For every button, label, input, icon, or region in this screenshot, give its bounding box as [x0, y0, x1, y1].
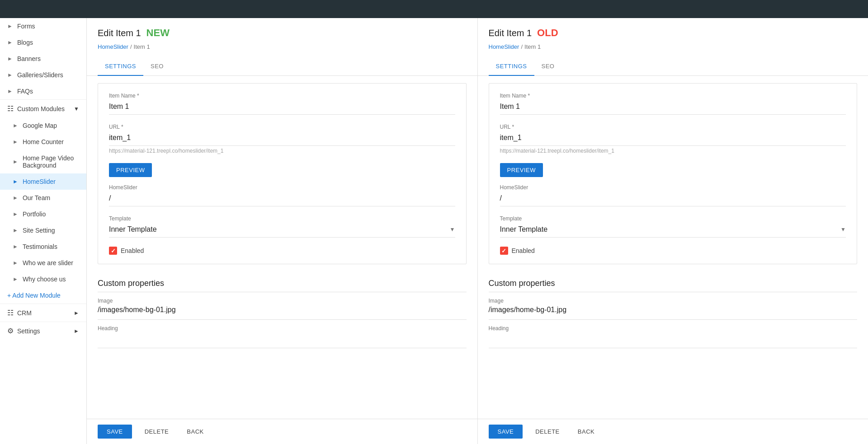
sidebar-item-label: Site Setting	[23, 227, 55, 234]
chevron-icon: ►	[7, 23, 13, 29]
expand-icon: ►	[74, 310, 79, 316]
chevron-icon: ►	[13, 276, 18, 282]
old-panel: Edit Item 1 OLD HomeSlider / Item 1 SETT…	[478, 18, 868, 444]
breadcrumb-sep-old: /	[521, 43, 523, 50]
section-label: Custom Modules	[17, 105, 65, 112]
bottom-bar-old: SAVE DELETE BACK	[478, 419, 868, 444]
enabled-checkbox-old[interactable]: ✓	[500, 247, 508, 255]
template-label-old: Template	[500, 215, 846, 222]
url-label-old: URL *	[500, 124, 846, 130]
custom-props-title-old: Custom properties	[478, 271, 868, 292]
back-button-new[interactable]: BACK	[181, 425, 209, 439]
chevron-icon: ►	[13, 178, 18, 185]
chevron-icon: ►	[13, 260, 18, 266]
enabled-checkbox[interactable]: ✓	[109, 247, 117, 255]
custom-props-title: Custom properties	[87, 271, 477, 292]
sidebar-item-why-choose[interactable]: ► Why choose us	[0, 271, 86, 287]
url-value[interactable]: item_1	[109, 132, 455, 146]
image-value-old[interactable]: /images/home-bg-01.jpg	[489, 306, 858, 314]
item-name-value[interactable]: Item 1	[109, 101, 455, 115]
chevron-icon: ►	[13, 195, 18, 201]
breadcrumb: HomeSlider / Item 1	[87, 43, 477, 57]
module-icon: ☷	[7, 104, 14, 113]
sidebar-item-label: Forms	[17, 23, 35, 30]
template-value: Inner Template	[109, 225, 450, 234]
breadcrumb-link-old[interactable]: HomeSlider	[489, 43, 519, 50]
sidebar-item-label: Testimonials	[23, 243, 57, 250]
sidebar-item-google-map[interactable]: ► Google Map	[0, 117, 86, 134]
delete-button-old[interactable]: DELETE	[530, 425, 565, 439]
sidebar-item-home-counter[interactable]: ► Home Counter	[0, 134, 86, 150]
sidebar-item-portfolio[interactable]: ► Portfolio	[0, 206, 86, 222]
sidebar-section-crm[interactable]: ☷ CRM ►	[0, 304, 86, 322]
sidebar-item-forms[interactable]: ► Forms	[0, 18, 86, 34]
settings-icon: ⚙	[7, 327, 14, 335]
delete-button-new[interactable]: DELETE	[139, 425, 175, 439]
homeslider-value-old: /	[500, 192, 846, 206]
sidebar-item-who-we-are[interactable]: ► Who we are slider	[0, 255, 86, 271]
sidebar-item-banners[interactable]: ► Banners	[0, 51, 86, 67]
tab-seo-old[interactable]: SEO	[534, 57, 562, 76]
dropdown-arrow-icon-old: ▼	[840, 226, 846, 233]
sidebar-item-blogs[interactable]: ► Blogs	[0, 34, 86, 51]
sidebar-item-label: Home Page Video Background	[23, 154, 79, 169]
custom-props-section-old: Image /images/home-bg-01.jpg Heading	[478, 292, 868, 355]
breadcrumb-link[interactable]: HomeSlider	[98, 43, 128, 50]
homeslider-label: HomeSlider	[109, 184, 455, 191]
chevron-icon: ►	[13, 227, 18, 234]
sidebar-item-homeslider[interactable]: ► HomeSlider	[0, 173, 86, 190]
back-button-old[interactable]: BACK	[572, 425, 600, 439]
save-button-old[interactable]: SAVE	[489, 425, 523, 439]
sidebar-item-label: Galleries/Sliders	[17, 71, 63, 79]
new-panel: Edit Item 1 NEW HomeSlider / Item 1 SETT…	[87, 18, 478, 444]
sidebar-item-site-setting[interactable]: ► Site Setting	[0, 222, 86, 238]
heading-value[interactable]	[98, 333, 467, 342]
tab-settings[interactable]: SETTINGS	[98, 57, 143, 76]
chevron-icon: ►	[13, 122, 18, 129]
sidebar-item-label: Why choose us	[23, 276, 66, 283]
tab-settings-old[interactable]: SETTINGS	[489, 57, 534, 76]
save-button-new[interactable]: SAVE	[98, 425, 132, 439]
image-value[interactable]: /images/home-bg-01.jpg	[98, 306, 467, 314]
chevron-icon: ►	[7, 88, 13, 94]
expand-icon: ►	[74, 328, 79, 334]
checkmark-icon: ✓	[111, 248, 116, 254]
url-value-old[interactable]: item_1	[500, 132, 846, 146]
new-panel-title: Edit Item 1	[98, 28, 141, 38]
sidebar-section-custom-modules[interactable]: ☷ Custom Modules ▼	[0, 99, 86, 117]
template-select[interactable]: Inner Template ▼	[109, 224, 455, 238]
chevron-icon: ►	[7, 72, 13, 78]
add-new-module-button[interactable]: + Add New Module	[0, 287, 86, 304]
expand-icon: ▼	[74, 106, 79, 112]
tab-bar: SETTINGS SEO	[87, 57, 477, 76]
tab-seo[interactable]: SEO	[143, 57, 171, 76]
template-select-old[interactable]: Inner Template ▼	[500, 224, 846, 238]
tab-bar-old: SETTINGS SEO	[478, 57, 868, 76]
chevron-icon: ►	[7, 56, 13, 62]
sidebar-item-galleries[interactable]: ► Galleries/Sliders	[0, 67, 86, 83]
template-value-old: Inner Template	[500, 225, 841, 234]
checkmark-icon-old: ✓	[501, 248, 506, 254]
heading-value-old[interactable]	[489, 333, 858, 342]
image-label: Image	[98, 298, 467, 304]
sidebar-item-our-team[interactable]: ► Our Team	[0, 190, 86, 206]
chevron-icon: ►	[13, 243, 18, 250]
chevron-icon: ►	[13, 211, 18, 217]
sidebar-item-label: Who we are slider	[23, 259, 73, 266]
sidebar-section-settings[interactable]: ⚙ Settings ►	[0, 322, 86, 340]
item-name-value-old[interactable]: Item 1	[500, 101, 846, 115]
preview-button[interactable]: PREVIEW	[109, 163, 152, 177]
old-badge: OLD	[537, 27, 558, 39]
enabled-label-old: Enabled	[512, 247, 535, 254]
breadcrumb-current-old: Item 1	[524, 43, 541, 50]
new-badge: NEW	[146, 27, 170, 39]
sidebar-item-home-video[interactable]: ► Home Page Video Background	[0, 150, 86, 173]
url-hint: https://material-121.treepl.co/homeslide…	[109, 148, 455, 154]
sidebar-item-faqs[interactable]: ► FAQs	[0, 83, 86, 99]
sidebar-item-testimonials[interactable]: ► Testimonials	[0, 238, 86, 255]
settings-label: Settings	[17, 327, 40, 335]
custom-props-section: Image /images/home-bg-01.jpg Heading	[87, 292, 477, 355]
sidebar-item-label: Google Map	[23, 122, 57, 129]
url-hint-old: https://material-121.treepl.co/homeslide…	[500, 148, 846, 154]
preview-button-old[interactable]: PREVIEW	[500, 163, 543, 177]
